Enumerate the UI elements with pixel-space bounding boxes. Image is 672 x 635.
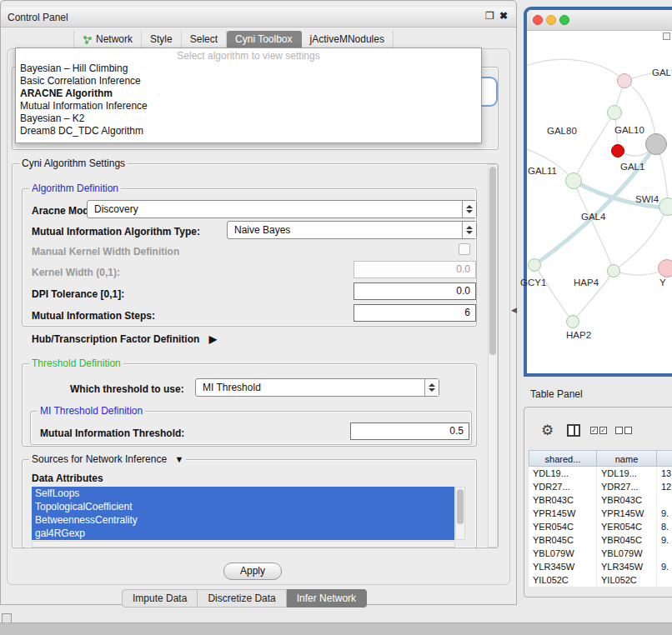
- cell: 13: [657, 467, 672, 480]
- float-window-icon[interactable]: ❐: [485, 10, 494, 22]
- tab-label: Cyni Toolbox: [235, 31, 292, 48]
- dropdown-item-bayesian-k2[interactable]: Bayesian – K2: [16, 112, 481, 125]
- mi-threshold-field[interactable]: 0.5: [350, 422, 469, 440]
- settings-scrollbar-thumb[interactable]: [489, 167, 496, 355]
- dpi-tolerance-label: DPI Tolerance [0,1]:: [32, 288, 124, 300]
- which-threshold-select[interactable]: MI Threshold: [195, 378, 439, 397]
- zoom-traffic-light[interactable]: [559, 15, 569, 25]
- mi-steps-field[interactable]: 6: [354, 304, 476, 322]
- dropdown-item-aracne[interactable]: ARACNE Algorithm: [16, 88, 481, 100]
- list-item-topologicalcoefficient[interactable]: TopologicalCoefficient: [32, 500, 454, 513]
- aracne-mode-select[interactable]: Discovery: [87, 200, 477, 218]
- tab-infer-network[interactable]: Infer Network: [287, 589, 367, 608]
- table-row[interactable]: YPR145WYPR145W9.: [529, 507, 672, 520]
- dropdown-item-mutual-information[interactable]: Mutual Information Inference: [16, 100, 481, 112]
- splitter-collapse-arrow[interactable]: ◀: [511, 306, 517, 314]
- column-header-extra[interactable]: [657, 450, 672, 467]
- table-row[interactable]: YER054CYER054C8.: [529, 520, 672, 533]
- tab-label: jActiveMNodules: [310, 31, 384, 48]
- column-header-name[interactable]: name: [597, 450, 657, 467]
- cell: YBR043C: [597, 493, 657, 507]
- table-row[interactable]: YDR27...YDR27...12: [529, 480, 672, 493]
- combo-arrows-icon: [424, 379, 439, 396]
- column-header-shared-name[interactable]: shared...: [529, 450, 597, 467]
- minimize-traffic-light[interactable]: [546, 15, 556, 25]
- close-window-icon[interactable]: ✖: [499, 10, 508, 22]
- table-row[interactable]: YDL19...YDL19...13: [529, 467, 672, 480]
- list-item-selfloops[interactable]: SelfLoops: [32, 487, 454, 500]
- network-node-gray[interactable]: [645, 133, 667, 155]
- attributes-scrollbar-track[interactable]: [455, 487, 465, 540]
- attributes-hscrollbar-track[interactable]: [32, 541, 455, 548]
- table-row[interactable]: YIL052CYIL052C: [529, 573, 672, 587]
- window-title: Control Panel: [8, 12, 68, 23]
- list-item-betweennesscentrality[interactable]: BetweennessCentrality: [32, 513, 454, 527]
- cell: YBR045C: [597, 533, 657, 547]
- network-node[interactable]: [528, 258, 541, 272]
- network-node-pink[interactable]: [658, 259, 672, 278]
- apply-button[interactable]: Apply: [223, 562, 282, 580]
- sources-group-toggle[interactable]: Sources for Network Inference ▼: [29, 453, 186, 465]
- cell: YDL19...: [529, 467, 597, 480]
- cell: 9.: [657, 533, 672, 547]
- settings-group-title: Cyni Algorithm Settings: [19, 158, 128, 169]
- attributes-scrollbar-thumb[interactable]: [457, 489, 464, 524]
- network-node[interactable]: [566, 315, 579, 328]
- network-node[interactable]: [659, 198, 672, 216]
- threshold-definition-title: Threshold Definition: [29, 358, 123, 369]
- control-panel-titlebar[interactable]: Control Panel: [1, 8, 516, 28]
- dpi-tolerance-field[interactable]: 0.0: [354, 282, 476, 300]
- network-node-selected-red[interactable]: [611, 144, 624, 158]
- tab-impute-data[interactable]: Impute Data: [122, 589, 198, 608]
- tab-cyni-toolbox[interactable]: Cyni Toolbox: [227, 31, 301, 48]
- node-label: GAL80: [547, 126, 577, 136]
- network-node[interactable]: [565, 172, 582, 189]
- manual-kernel-checkbox[interactable]: [459, 243, 470, 255]
- table-row[interactable]: YBR043CYBR043C: [529, 493, 672, 507]
- cell: 9.: [657, 560, 672, 573]
- tab-network[interactable]: Network: [73, 31, 142, 48]
- cell: YER054C: [529, 520, 597, 533]
- tab-style[interactable]: Style: [142, 31, 182, 48]
- tab-label: Select: [190, 31, 218, 48]
- tab-jactivemnodules[interactable]: jActiveMNodules: [302, 31, 394, 48]
- gear-icon[interactable]: ⚙: [541, 422, 554, 439]
- table-row[interactable]: YBL079WYBL079W: [529, 547, 672, 560]
- tab-select[interactable]: Select: [182, 31, 227, 48]
- kernel-width-field[interactable]: 0.0: [354, 261, 476, 278]
- select-all-checks-icon[interactable]: ✓✓: [590, 427, 607, 434]
- tab-label: Network: [96, 31, 133, 48]
- hub-definition-toggle[interactable]: Hub/Transcription Factor Definition ▶: [32, 333, 217, 345]
- algorithm-definition-title: Algorithm Definition: [29, 182, 121, 194]
- dropdown-item-bayesian-hill[interactable]: Bayesian – Hill Climbing: [16, 62, 481, 75]
- dropdown-item-dream8[interactable]: Dream8 DC_TDC Algorithm: [16, 125, 481, 138]
- list-item-gal4rgexp[interactable]: gal4RGexp: [32, 527, 454, 540]
- sources-group-title: Sources for Network Inference: [32, 453, 167, 465]
- cell: 12: [657, 480, 672, 493]
- unchecked-box-icon: [615, 427, 623, 434]
- close-traffic-light[interactable]: [533, 15, 543, 25]
- network-node[interactable]: [617, 73, 632, 88]
- node-label: HAP4: [574, 278, 599, 288]
- network-node[interactable]: [607, 105, 622, 120]
- mi-type-select[interactable]: Naive Bayes: [227, 221, 477, 239]
- cell: YDR27...: [529, 480, 597, 493]
- aracne-mode-value: Discovery: [88, 203, 462, 215]
- node-label: Y: [659, 278, 666, 288]
- column-selector-icon[interactable]: [567, 424, 580, 437]
- table-row[interactable]: YLR345WYLR345W9.: [529, 560, 672, 573]
- deselect-all-checks-icon[interactable]: [615, 427, 632, 434]
- cell: YPR145W: [597, 507, 657, 520]
- network-node[interactable]: [607, 264, 620, 278]
- cell: YBL079W: [597, 547, 657, 560]
- data-attributes-list: SelfLoops TopologicalCoefficient Between…: [32, 487, 454, 540]
- network-icon: [83, 35, 93, 45]
- cell: YBR043C: [529, 493, 597, 507]
- chevron-down-icon: ▼: [174, 454, 183, 464]
- tab-label: Style: [150, 31, 173, 48]
- node-label: HAP2: [566, 330, 591, 340]
- table-row[interactable]: YBR045CYBR045C9.: [529, 533, 672, 547]
- cell: YIL052C: [597, 573, 657, 587]
- tab-discretize-data[interactable]: Discretize Data: [198, 589, 286, 608]
- dropdown-item-basic-correlation[interactable]: Basic Correlation Inference: [16, 75, 481, 88]
